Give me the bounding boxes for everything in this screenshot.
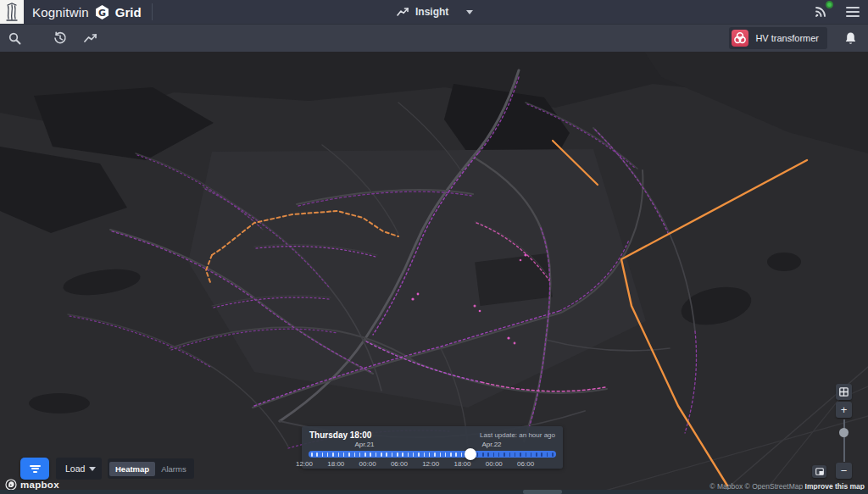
status-badge (826, 1, 833, 8)
timeline-date-labels: Apr.21Apr.22 (302, 440, 563, 448)
timeline-time-labels: 12:0018:0000:0006:0012:0018:0000:0006:00 (302, 459, 563, 469)
timeline-date-label: Apr.22 (481, 441, 501, 448)
timeline-time-label: 18:00 (327, 460, 344, 468)
zoom-in-button[interactable]: + (836, 402, 852, 418)
timeline-header: Thursday 18:00 Last update: an hour ago (302, 426, 563, 440)
hamburger-icon (846, 7, 860, 8)
timeline-panel: Thursday 18:00 Last update: an hour ago … (302, 426, 563, 469)
search-icon (8, 32, 21, 45)
trend-button[interactable] (80, 27, 102, 49)
header-right-actions (814, 0, 860, 24)
insight-menu[interactable]: Insight (397, 0, 473, 24)
header-divider (152, 3, 153, 20)
transformer-icon (732, 30, 748, 47)
timeline-last-update: Last update: an hour ago (480, 431, 555, 439)
timeline-time-label: 00:00 (486, 460, 503, 468)
mapbox-logo[interactable]: mapbox (5, 479, 59, 491)
toggle-heatmap[interactable]: Heatmap (109, 462, 155, 476)
map-style-icon (815, 468, 824, 475)
timeline-ticks (309, 451, 556, 458)
map-style-button[interactable] (812, 465, 826, 478)
history-button[interactable] (49, 27, 71, 49)
insight-trend-icon (397, 7, 409, 17)
zoom-in-label: + (841, 403, 848, 416)
timeline-time-label: 06:00 (391, 460, 408, 468)
timeline-time-label: 06:00 (517, 460, 534, 468)
brand: Kognitwin G Grid (32, 4, 142, 20)
crest-icon (3, 3, 20, 21)
connection-status-button[interactable] (814, 3, 831, 20)
timeline-time-label: 12:00 (422, 460, 439, 468)
bottom-scrollbar (0, 490, 868, 494)
toolbar-left-group (3, 27, 102, 49)
app-header: Kognitwin G Grid Insight (0, 0, 868, 24)
grid-hexagon-icon: G (94, 4, 110, 20)
zoom-slider-track[interactable] (843, 419, 845, 462)
trend-icon (84, 33, 97, 43)
notifications-button[interactable] (839, 27, 861, 49)
map-toolbar: HV transformer (0, 24, 868, 52)
hv-transformer-chip[interactable]: HV transformer (729, 27, 827, 49)
timeline-date-label: Apr.21 (354, 441, 374, 448)
layer-select-dropdown[interactable]: Load (56, 458, 102, 480)
insight-caret-icon (466, 10, 473, 14)
svg-text:G: G (98, 7, 106, 18)
zoom-slider-handle[interactable] (839, 428, 849, 437)
brand-name: Kognitwin (32, 5, 89, 19)
timeline-track[interactable] (309, 449, 556, 459)
dropdown-caret-icon (89, 467, 96, 471)
toggle-alarms[interactable]: Alarms (155, 462, 192, 476)
timeline-current-time: Thursday 18:00 (309, 430, 371, 440)
hv-transformer-label: HV transformer (755, 33, 819, 43)
history-clock-icon (53, 31, 67, 45)
scrollbar-thumb[interactable] (523, 490, 562, 494)
toolbar-right-group: HV transformer (729, 27, 861, 49)
search-button[interactable] (3, 27, 25, 49)
brand-product: Grid (115, 5, 142, 19)
timeline-slider-handle[interactable] (465, 448, 476, 460)
timeline-time-label: 00:00 (359, 460, 376, 468)
mapbox-wordmark: mapbox (20, 480, 59, 490)
filter-button[interactable] (20, 458, 49, 480)
main-menu-button[interactable] (846, 7, 860, 17)
bell-icon (844, 31, 857, 46)
zoom-out-button[interactable]: − (836, 463, 852, 479)
zoom-out-label: − (841, 464, 848, 477)
timeline-time-label: 12:00 (296, 460, 313, 468)
mapbox-logo-icon (5, 479, 17, 491)
layer-select-value: Load (65, 463, 85, 474)
company-crest-logo[interactable] (0, 0, 24, 24)
insight-label: Insight (415, 6, 448, 18)
timeline-time-label: 18:00 (453, 460, 470, 468)
grid-icon (839, 387, 849, 397)
view-mode-toggle: Heatmap Alarms (108, 458, 194, 479)
grid-view-button[interactable] (836, 384, 852, 400)
filter-icon (29, 463, 41, 474)
